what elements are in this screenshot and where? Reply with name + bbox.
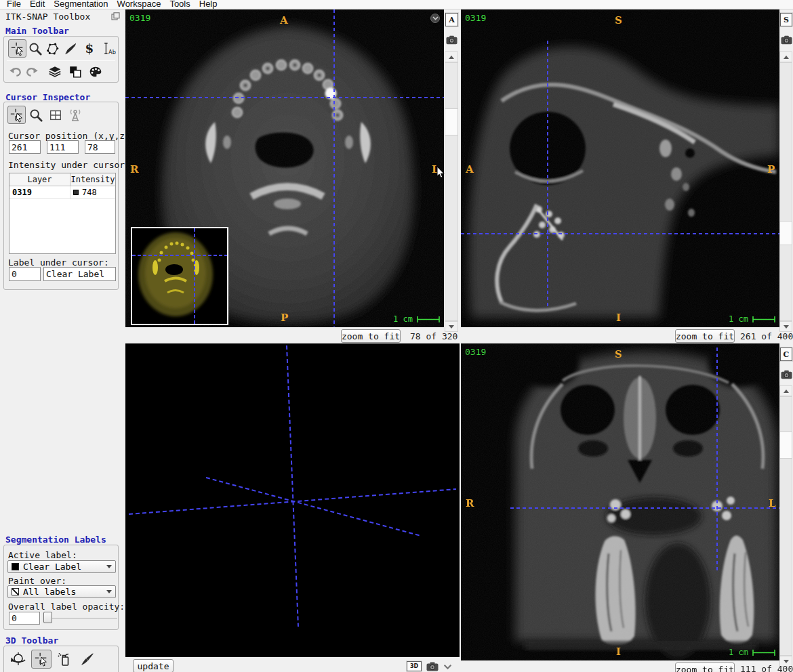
label-name-field[interactable]: [43, 267, 116, 281]
mouse-cursor: [436, 166, 445, 178]
undo-button[interactable]: [8, 63, 24, 80]
camera-icon[interactable]: [781, 370, 792, 379]
paintbrush-tool-button[interactable]: [61, 39, 78, 58]
cursor-inspector-panel: Cursor position (x,y,z): Intensity under…: [3, 102, 119, 290]
coronal-image-id: 0319: [465, 347, 486, 357]
axial-zoom-to-fit-button[interactable]: zoom to fit: [341, 329, 401, 343]
triangle-down-icon: [784, 325, 789, 329]
axial-view-toggle[interactable]: A: [445, 13, 458, 26]
button-label: zoom to fit: [676, 665, 734, 672]
viewport-3d[interactable]: [125, 343, 460, 657]
ci-crosshair-mode-button[interactable]: [7, 106, 26, 124]
ci-zoom-mode-button[interactable]: [27, 106, 44, 124]
opacity-slider-track[interactable]: [46, 618, 117, 619]
annotation-tool-button[interactable]: [100, 39, 117, 58]
menu-item-help[interactable]: Help: [199, 0, 218, 9]
label-id-field[interactable]: [9, 267, 41, 281]
menu-item-edit[interactable]: Edit: [30, 0, 45, 9]
ci-thumbnail-mode-button[interactable]: [47, 106, 64, 124]
3d-update-button[interactable]: update: [133, 659, 174, 672]
coronal-zoom-to-fit-button[interactable]: zoom to fit: [675, 663, 735, 672]
layer-name: 0319: [9, 186, 70, 198]
ci-broadcast-button[interactable]: [66, 106, 84, 124]
axial-scroll-down[interactable]: [445, 321, 458, 332]
sagittal-orient-bottom: I: [616, 312, 621, 324]
axial-menu-button[interactable]: [430, 14, 440, 23]
viewport-coronal[interactable]: 0319 S R L I 1 cm: [461, 343, 779, 660]
opacity-field[interactable]: [9, 612, 40, 625]
sagittal-scroll-up[interactable]: [779, 51, 792, 62]
intensity-table[interactable]: Layer Intensity 0319 748: [9, 173, 116, 254]
camera-icon[interactable]: [781, 35, 792, 45]
snake-icon: [82, 41, 97, 56]
3d-crosshair-button[interactable]: [31, 650, 52, 669]
menu-item-file[interactable]: File: [7, 0, 21, 9]
axial-scrollbar-track[interactable]: [445, 62, 458, 321]
coronal-orient-right: L: [769, 497, 776, 509]
toolbox-title: ITK-SNAP Toolbox: [5, 12, 90, 22]
sagittal-view-toggle[interactable]: S: [780, 13, 792, 26]
label-swatch-black: [12, 563, 19, 570]
coronal-scroll-up[interactable]: [779, 385, 792, 396]
axial-ruler: 1 cm: [393, 314, 440, 324]
redo-button[interactable]: [24, 63, 39, 80]
sagittal-scrollbar-thumb[interactable]: [779, 221, 792, 245]
intensity-label: Intensity under cursor:: [8, 160, 130, 170]
menu-item-segmentation[interactable]: Segmentation: [54, 0, 108, 9]
sagittal-crosshair-vertical: [547, 41, 548, 308]
3d-trackball-button[interactable]: [8, 650, 28, 669]
cursor-z-field[interactable]: [85, 140, 115, 154]
sagittal-crosshair-horizontal: [461, 233, 779, 234]
triangle-down-icon: [449, 325, 454, 329]
snake-tool-button[interactable]: [81, 39, 98, 58]
viewport-sagittal[interactable]: 0319 S A P I 1 cm: [461, 9, 779, 327]
triangle-up-icon: [784, 390, 789, 393]
table-row[interactable]: 0319 748: [9, 186, 115, 199]
3d-spraypaint-button[interactable]: [54, 650, 75, 669]
cursor-x-field[interactable]: [9, 140, 41, 154]
coronal-view-toggle[interactable]: C: [780, 348, 792, 361]
menu-item-tools[interactable]: Tools: [169, 0, 190, 9]
polygon-icon: [45, 41, 60, 56]
sagittal-slice-indicator: 261 of 400: [740, 331, 793, 341]
camera-icon[interactable]: [446, 35, 458, 45]
ruler-bar: [417, 316, 440, 323]
magnifier-icon: [28, 41, 43, 56]
axial-orient-left: R: [130, 163, 138, 175]
button-label: zoom to fit: [342, 331, 400, 341]
cursor-y-field[interactable]: [47, 140, 79, 154]
chevron-down-icon[interactable]: [443, 664, 452, 670]
triangle-up-icon: [449, 56, 454, 59]
coronal-scrollbar-thumb[interactable]: [779, 432, 792, 459]
axial-thumbnail-image: [132, 228, 227, 324]
main-toolbar-title: Main Toolbar: [5, 26, 69, 36]
sagittal-zoom-to-fit-button[interactable]: zoom to fit: [675, 329, 735, 343]
paint-over-value: All labels: [23, 587, 76, 597]
color-map-button[interactable]: [87, 63, 104, 80]
opacity-slider-handle[interactable]: [43, 612, 52, 623]
paint-over-dropdown[interactable]: All labels: [7, 585, 116, 598]
menu-item-workspace[interactable]: Workspace: [117, 0, 161, 9]
layer-inspector-button[interactable]: [46, 63, 63, 80]
float-panel-icon[interactable]: [111, 12, 120, 20]
main-toolbar: [3, 36, 119, 83]
active-label-label: Active label:: [8, 550, 77, 560]
sagittal-scroll-down[interactable]: [779, 321, 792, 332]
intensity-table-header: Layer Intensity: [9, 173, 115, 186]
sagittal-scrollbar-track[interactable]: [779, 62, 792, 321]
zoom-tool-button[interactable]: [26, 39, 43, 58]
view-letter: S: [784, 16, 789, 24]
3d-view-toggle[interactable]: 3D: [407, 661, 422, 671]
label-editor-button[interactable]: [66, 63, 83, 80]
3d-scalpel-button[interactable]: [77, 650, 98, 669]
sagittal-orient-top: S: [615, 14, 622, 26]
polygon-tool-button[interactable]: [43, 39, 60, 58]
viewport-axial[interactable]: 0319 A R L P 1 cm: [125, 9, 444, 327]
axial-scroll-up[interactable]: [445, 51, 458, 62]
axial-scrollbar-thumb[interactable]: [445, 108, 458, 135]
crosshair-tool-button[interactable]: [8, 39, 26, 58]
crosshair-icon: [10, 41, 25, 56]
axial-thumbnail[interactable]: [131, 227, 228, 325]
active-label-dropdown[interactable]: Clear Label: [7, 560, 116, 573]
camera-icon[interactable]: [426, 662, 439, 671]
